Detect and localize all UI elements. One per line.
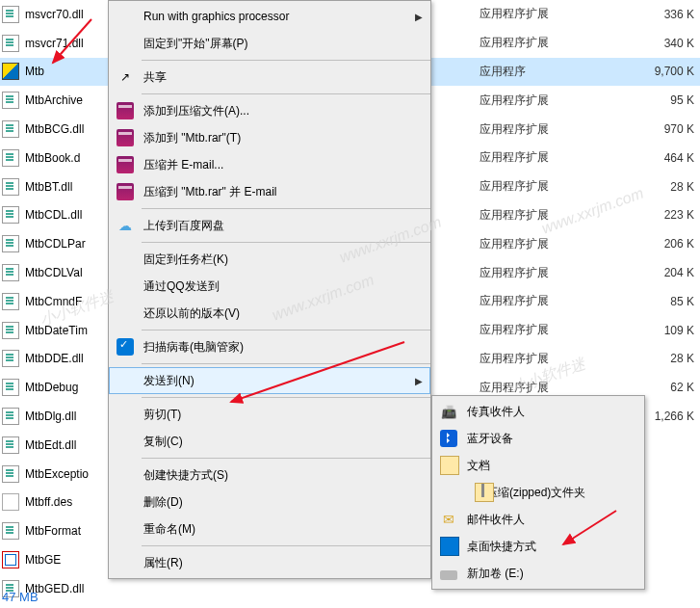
dll-icon xyxy=(2,6,19,23)
dll-icon xyxy=(2,92,19,109)
send-to-submenu: 传真收件人 蓝牙设备 文档 压缩(zipped)文件夹 邮件收件人 桌面快捷方式… xyxy=(431,395,645,590)
file-size: 28 K xyxy=(670,180,694,194)
menu-pin-start[interactable]: 固定到"开始"屏幕(P) xyxy=(109,30,430,57)
file-size: 340 K xyxy=(664,37,694,50)
cloud-icon xyxy=(117,217,134,234)
menu-scan-virus[interactable]: 扫描病毒(电脑管家) xyxy=(109,333,430,360)
file-size: 336 K xyxy=(664,8,694,21)
menu-separator xyxy=(142,397,430,398)
folder-icon xyxy=(440,456,459,475)
menu-rar-email[interactable]: 压缩并 E-mail... xyxy=(109,151,430,178)
dll-icon xyxy=(2,35,19,52)
file-name: MtbGED.dll xyxy=(25,582,125,595)
dll-icon xyxy=(2,178,19,196)
rar-icon xyxy=(117,156,134,173)
file-size: 206 K xyxy=(664,237,694,251)
drive-icon xyxy=(440,570,457,580)
file-type: 应用程序扩展 xyxy=(480,265,585,281)
zip-icon xyxy=(475,483,494,502)
file-type: 应用程序扩展 xyxy=(480,6,585,22)
chevron-right-icon: ▶ xyxy=(415,376,423,386)
des-icon xyxy=(2,493,19,511)
rar-icon xyxy=(117,183,134,200)
rar-icon xyxy=(117,129,134,146)
file-size: 204 K xyxy=(664,266,694,279)
dll-icon xyxy=(2,350,19,367)
menu-rar-mtb-email[interactable]: 压缩到 "Mtb.rar" 并 E-mail xyxy=(109,178,430,205)
menu-rename[interactable]: 重命名(M) xyxy=(109,515,430,542)
dll-icon xyxy=(2,522,19,540)
file-size: 9,700 K xyxy=(655,65,694,78)
file-type: 应用程序扩展 xyxy=(480,121,585,138)
submenu-desktop-shortcut[interactable]: 桌面快捷方式 xyxy=(432,533,644,560)
fax-icon xyxy=(440,403,457,420)
dll-icon xyxy=(2,206,19,224)
file-row[interactable]: mtbgr.dll xyxy=(0,603,700,608)
submenu-bluetooth[interactable]: 蓝牙设备 xyxy=(432,425,644,452)
file-size: 1,266 K xyxy=(655,410,694,423)
dll-icon xyxy=(2,235,19,252)
menu-copy[interactable]: 复制(C) xyxy=(109,428,430,455)
file-size: 28 K xyxy=(670,352,694,365)
menu-rar-mtb[interactable]: 添加到 "Mtb.rar"(T) xyxy=(109,124,430,151)
menu-separator xyxy=(142,208,430,209)
menu-separator xyxy=(142,545,430,546)
file-type: 应用程序扩展 xyxy=(480,322,585,338)
menu-separator xyxy=(142,458,430,459)
shield-icon xyxy=(117,338,134,356)
submenu-drive-e[interactable]: 新加卷 (E:) xyxy=(432,560,644,587)
chevron-right-icon: ▶ xyxy=(415,12,423,22)
rar-icon xyxy=(117,102,134,119)
desktop-icon xyxy=(440,537,459,556)
menu-qq-send[interactable]: 通过QQ发送到 xyxy=(109,273,430,300)
file-size: 109 K xyxy=(664,324,694,337)
file-type: 应用程序 xyxy=(480,64,585,80)
file-size: 62 K xyxy=(670,381,694,394)
file-size: 85 K xyxy=(670,295,694,308)
menu-run-graphics[interactable]: Run with graphics processor▶ xyxy=(109,3,430,30)
file-size: 223 K xyxy=(664,208,694,222)
dll-icon xyxy=(2,436,19,454)
mail-icon xyxy=(440,511,457,528)
file-type: 应用程序扩展 xyxy=(480,149,585,166)
menu-separator xyxy=(142,330,430,330)
context-menu: Run with graphics processor▶ 固定到"开始"屏幕(P… xyxy=(108,0,431,579)
submenu-zip[interactable]: 压缩(zipped)文件夹 xyxy=(432,479,644,506)
dll-icon xyxy=(2,293,19,310)
dll-icon xyxy=(2,120,19,138)
file-size: 970 K xyxy=(664,122,694,136)
menu-separator xyxy=(142,93,430,94)
menu-rar-add[interactable]: 添加到压缩文件(A)... xyxy=(109,97,430,124)
menu-properties[interactable]: 属性(R) xyxy=(109,549,430,576)
file-type: 应用程序扩展 xyxy=(480,293,585,309)
menu-restore[interactable]: 还原以前的版本(V) xyxy=(109,300,430,327)
share-icon: ↗ xyxy=(117,68,134,86)
menu-send-to[interactable]: 发送到(N)▶ xyxy=(109,367,430,394)
file-type: 应用程序扩展 xyxy=(480,93,585,109)
file-size: 95 K xyxy=(670,93,694,107)
menu-separator xyxy=(142,60,430,61)
ge-icon xyxy=(2,551,19,568)
dll-icon xyxy=(2,149,19,167)
menu-create-shortcut[interactable]: 创建快捷方式(S) xyxy=(109,462,430,489)
dll-icon xyxy=(2,408,19,425)
submenu-fax[interactable]: 传真收件人 xyxy=(432,398,644,425)
dll-icon xyxy=(2,465,19,483)
file-type: 应用程序扩展 xyxy=(480,178,585,195)
menu-separator xyxy=(142,363,430,364)
submenu-mail[interactable]: 邮件收件人 xyxy=(432,506,644,533)
file-size: 464 K xyxy=(664,151,694,165)
status-bar: 47 MB xyxy=(0,586,40,608)
menu-share[interactable]: ↗共享 xyxy=(109,64,430,91)
submenu-documents[interactable]: 文档 xyxy=(432,452,644,479)
file-type: 应用程序扩展 xyxy=(480,35,585,51)
dll-icon xyxy=(2,379,19,396)
menu-delete[interactable]: 删除(D) xyxy=(109,489,430,515)
exe-icon xyxy=(2,63,19,80)
file-type: 应用程序扩展 xyxy=(480,236,585,252)
menu-cut[interactable]: 剪切(T) xyxy=(109,401,430,428)
dll-icon xyxy=(2,322,19,339)
bluetooth-icon xyxy=(440,430,457,447)
dll-icon xyxy=(2,264,19,281)
